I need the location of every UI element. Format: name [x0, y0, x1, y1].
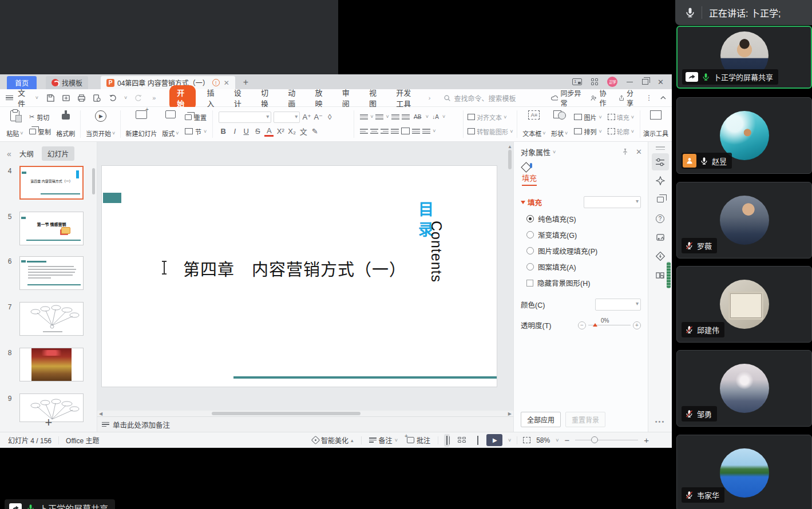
collapse-section-icon[interactable] [521, 201, 525, 204]
tab-template[interactable]: 找模板 [46, 76, 88, 89]
sort-text-icon[interactable]: ↓A [431, 114, 440, 120]
fill-preset-dropdown[interactable] [584, 196, 641, 208]
participant-tile[interactable]: 赵昱 [676, 97, 812, 174]
reset-button[interactable]: 重置 [183, 112, 208, 122]
slide-sorter-view-button[interactable] [455, 435, 469, 446]
panel-scrollbar[interactable] [667, 262, 671, 288]
pin-panel-icon[interactable] [621, 148, 629, 156]
more-tabs-icon[interactable]: › [426, 94, 433, 101]
pinyin-button[interactable]: 文 [299, 126, 308, 137]
apply-all-button[interactable]: 全部应用 [521, 412, 561, 427]
notes-button[interactable]: 备注 ˅ [367, 435, 399, 446]
clear-format-icon[interactable]: ◊ [325, 113, 334, 121]
output-icon[interactable] [62, 94, 70, 102]
collapse-ribbon-icon[interactable] [660, 96, 666, 100]
gradient-fill-option[interactable]: 渐变填充(G) [526, 229, 648, 240]
justify-icon[interactable] [391, 129, 399, 134]
smart-beautify-button[interactable]: 智能美化 ▴ [311, 435, 355, 446]
zoom-level[interactable]: 58% [536, 436, 550, 444]
canvas-horizontal-scrollbar[interactable]: ◀ ▶ [97, 411, 513, 416]
more-panels-icon[interactable]: ••• [648, 418, 672, 425]
bullets-icon[interactable] [360, 114, 368, 120]
reading-view-button[interactable] [475, 434, 481, 447]
picture-button[interactable]: 图片˅ [572, 112, 604, 122]
font-color-button[interactable]: A [264, 126, 274, 137]
undo-icon[interactable] [108, 94, 117, 102]
panel-drag-handle[interactable] [656, 146, 665, 150]
thumbnail-scrollbar[interactable] [92, 168, 95, 194]
text-direction-icon[interactable]: AB [412, 114, 423, 120]
increase-indent-icon[interactable] [402, 114, 410, 120]
zoom-out-button[interactable]: − [564, 435, 569, 445]
collapse-panel-icon[interactable]: « [7, 149, 11, 158]
section-button[interactable]: 节˅ [183, 126, 208, 137]
thumbnail-slide-4[interactable]: 4 第四章 内容营销方式（一） [0, 166, 97, 200]
participant-tile-sharer[interactable]: 卜正学的屏幕共享 [676, 26, 812, 89]
transparency-slider[interactable]: − 0% + [578, 321, 641, 329]
participant-tile[interactable]: 邹勇 [676, 350, 812, 427]
new-slide-button[interactable]: 新建幻灯片 [124, 109, 159, 140]
cut-button[interactable]: ✂剪切 [27, 112, 53, 122]
theme-skin-icon[interactable] [652, 229, 669, 246]
reset-background-button[interactable]: 重置背景 [565, 412, 605, 427]
file-menu[interactable]: 文件 [18, 87, 31, 109]
underline-button[interactable]: U [241, 127, 251, 136]
align-left-icon[interactable] [360, 129, 368, 134]
thumbnail-slide-7[interactable]: 7 [0, 302, 97, 336]
align-right-icon[interactable] [381, 129, 389, 134]
normal-view-button[interactable] [444, 434, 450, 447]
performance-icon[interactable] [652, 248, 669, 265]
hide-background-option[interactable]: 隐藏背景图形(H) [526, 277, 648, 288]
help-icon[interactable]: ? [652, 210, 669, 227]
numbering-icon[interactable] [375, 114, 383, 120]
paste-button[interactable]: 粘贴˅ [3, 109, 26, 140]
minimize-button[interactable] [627, 82, 633, 82]
collaborate-button[interactable]: 协作 [591, 88, 610, 108]
picture-fill-option[interactable]: 图片或纹理填充(P) [526, 245, 648, 256]
present-tools-button[interactable]: 演示工具 [643, 109, 668, 140]
thumbnail-slide-6[interactable]: 6 [0, 256, 97, 290]
animation-pane-icon[interactable] [652, 191, 669, 208]
fill-tab[interactable]: 填充 [522, 172, 537, 186]
color-dropdown[interactable] [595, 299, 641, 311]
font-size-select[interactable] [274, 112, 300, 123]
zoom-slider[interactable] [575, 440, 638, 441]
redo-icon[interactable] [134, 94, 143, 102]
copy-button[interactable]: 复制 [27, 126, 53, 137]
zoom-slider-knob[interactable] [591, 436, 598, 443]
menu-tab-view[interactable]: 视图 [361, 87, 388, 109]
layout-button[interactable]: 版式˅ [159, 109, 182, 140]
slideshow-play-button[interactable]: ▶ [486, 434, 502, 446]
subscript-button[interactable]: X₂ [287, 127, 296, 136]
increase-font-icon[interactable]: A⁺ [302, 113, 311, 121]
bold-button[interactable]: B [219, 127, 228, 136]
shapes-button[interactable]: 形状˅ [548, 109, 571, 140]
comments-button[interactable]: 批注 [405, 435, 432, 446]
undo-chevron[interactable]: ˅ [124, 95, 127, 101]
thumbnail-slide-8[interactable]: 8 [0, 348, 97, 381]
slides-tab[interactable]: 幻灯片 [42, 146, 75, 161]
more-menu-icon[interactable]: ⋮ [645, 94, 652, 102]
sync-status[interactable]: 同步异常 [551, 88, 583, 108]
menu-tab-design[interactable]: 设计 [226, 87, 253, 109]
add-slide-button[interactable]: + [0, 415, 97, 430]
print-icon[interactable] [77, 94, 86, 102]
decrease-indent-icon[interactable] [391, 114, 399, 120]
outline-tab[interactable]: 大纲 [19, 148, 34, 159]
slider-thumb[interactable] [593, 323, 597, 327]
strikethrough-button[interactable]: S [253, 127, 262, 136]
menu-tab-insert[interactable]: 插入 [199, 87, 226, 109]
reader-search-icon[interactable] [652, 267, 669, 284]
highlight-button[interactable]: ✎ [310, 127, 319, 136]
save-icon[interactable] [46, 94, 55, 102]
pattern-fill-option[interactable]: 图案填充(A) [526, 261, 648, 272]
play-options-chevron[interactable]: ˅ [508, 438, 511, 443]
slide-toc-en[interactable]: Contents [428, 221, 445, 283]
to-smart-graphic-button[interactable]: 转智能图形˅ [468, 127, 513, 136]
menu-tab-devtools[interactable]: 开发工具 [388, 87, 426, 109]
font-family-select[interactable] [219, 112, 271, 123]
play-from-current-button[interactable]: ▶ 当页开始˅ [84, 109, 117, 140]
fit-slide-icon[interactable] [523, 437, 530, 443]
participant-tile[interactable]: 罗薇 [676, 182, 812, 259]
notes-bar[interactable]: 单击此处添加备注 [97, 416, 513, 432]
